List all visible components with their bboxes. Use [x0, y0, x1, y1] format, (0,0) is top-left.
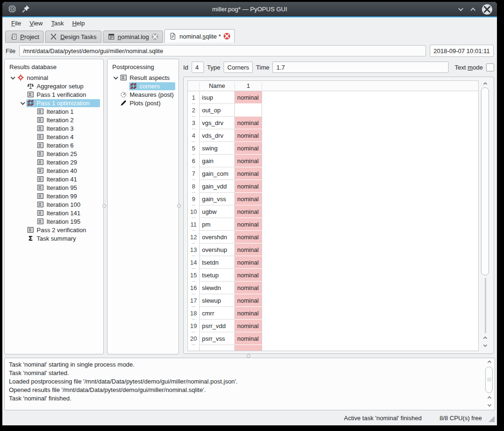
name-cell[interactable]: psrr_vss: [200, 332, 235, 345]
name-cell[interactable]: gain_vss: [200, 193, 235, 205]
scroll-down-icon[interactable]: [487, 402, 492, 408]
scroll-up-icon[interactable]: [482, 335, 488, 341]
tree-item-plots-post[interactable]: Plots (post): [108, 99, 178, 107]
tree-item-corners[interactable]: corners: [108, 82, 178, 90]
value-cell[interactable]: nominal: [235, 193, 262, 205]
table-row[interactable]: 10ugbwnominal: [188, 205, 478, 218]
expander-icon[interactable]: [19, 100, 26, 107]
tree-item-pass-2-verification[interactable]: Pass 2 verification: [5, 226, 103, 234]
row-header[interactable]: 10: [188, 205, 200, 218]
name-cell[interactable]: swing: [200, 142, 235, 155]
tab-close-icon[interactable]: [224, 33, 230, 39]
tree-item-iteration-95[interactable]: Iteration 95: [5, 183, 103, 192]
splitter-handle[interactable]: [247, 354, 250, 358]
tree-item-iteration-99[interactable]: Iteration 99: [5, 192, 103, 200]
row-header[interactable]: 12: [188, 231, 200, 243]
value-cell[interactable]: nominal: [235, 218, 262, 231]
scrollbar-track[interactable]: [485, 278, 486, 333]
column-header-1[interactable]: 1: [235, 82, 262, 89]
name-cell[interactable]: vgs_drv: [200, 117, 235, 129]
tree-item-measures-post[interactable]: Measures (post): [108, 90, 178, 99]
log-vertical-scrollbar[interactable]: [485, 359, 494, 409]
tree-item-task-summary[interactable]: ΣTask summary: [5, 234, 103, 243]
table-row[interactable]: 5swingnominal: [188, 142, 478, 155]
row-header[interactable]: 11: [188, 218, 200, 231]
tree-item-iteration-1[interactable]: Iteration 1: [5, 107, 103, 116]
table-row[interactable]: 18cmrrnominal: [188, 307, 478, 320]
table-row[interactable]: 6gainnominal: [188, 155, 478, 167]
table-row[interactable]: 12overshdnnominal: [188, 231, 478, 243]
value-cell[interactable]: nominal: [235, 155, 262, 167]
tab-nominal-sqlite[interactable]: nominal.sqlite *: [164, 29, 235, 43]
tree-item-iteration-141[interactable]: Iteration 141: [5, 209, 103, 217]
value-cell[interactable]: nominal: [235, 282, 262, 294]
splitter-handle[interactable]: [177, 204, 181, 208]
scroll-up-icon[interactable]: [487, 395, 492, 400]
value-cell[interactable]: nominal: [235, 180, 262, 193]
row-header[interactable]: 14: [188, 256, 200, 269]
close-button[interactable]: [482, 4, 492, 15]
cpu-icon[interactable]: [8, 4, 17, 14]
table-row[interactable]: 13overshupnominal: [188, 243, 478, 256]
name-cell[interactable]: gain: [200, 155, 235, 167]
tab-close-icon[interactable]: [152, 33, 158, 40]
name-cell[interactable]: isup: [200, 91, 235, 104]
table-row[interactable]: 17slewupnominal: [188, 294, 478, 307]
type-field[interactable]: [224, 62, 253, 73]
table-row[interactable]: 19psrr_vddnominal: [188, 320, 478, 332]
name-cell[interactable]: gain_vdd: [200, 180, 235, 193]
table-row[interactable]: 9gain_vssnominal: [188, 193, 478, 205]
row-header[interactable]: 5: [188, 142, 200, 155]
tree-item-iteration-25[interactable]: Iteration 25: [5, 149, 103, 158]
value-cell[interactable]: nominal: [235, 205, 262, 218]
id-field[interactable]: [192, 62, 204, 73]
row-header[interactable]: 15: [188, 269, 200, 282]
menu-help[interactable]: Help: [68, 19, 89, 28]
menu-task[interactable]: Task: [47, 19, 68, 28]
menu-file[interactable]: File: [7, 19, 25, 28]
row-header[interactable]: 1: [188, 91, 200, 104]
name-cell[interactable]: [200, 345, 235, 351]
table-row[interactable]: 4vds_drvnominal: [188, 129, 478, 142]
row-header[interactable]: 2: [188, 104, 200, 117]
text-mode-checkbox[interactable]: [486, 63, 494, 71]
resize-grip[interactable]: [488, 416, 495, 422]
maximize-button[interactable]: [470, 6, 476, 13]
table-row[interactable]: 7gain_comnominal: [188, 167, 478, 180]
name-cell[interactable]: tsetdn: [200, 256, 235, 269]
table-row[interactable]: 14tsetdnnominal: [188, 256, 478, 269]
name-cell[interactable]: tsetup: [200, 269, 235, 282]
tree-item-nominal[interactable]: nominal: [5, 73, 103, 82]
time-field[interactable]: [272, 62, 449, 73]
column-header-name[interactable]: Name: [199, 82, 235, 89]
row-header[interactable]: 18: [188, 307, 200, 320]
row-header[interactable]: 19: [188, 320, 200, 332]
value-cell[interactable]: nominal: [235, 307, 262, 320]
name-cell[interactable]: slewup: [200, 294, 235, 307]
row-header[interactable]: 8: [188, 180, 200, 193]
tab-design-tasks[interactable]: Design Tasks: [45, 31, 101, 43]
tree-item-iteration-4[interactable]: Iteration 4: [5, 133, 103, 141]
value-cell[interactable]: nominal: [235, 320, 262, 332]
table-row[interactable]: 20psrr_vssnominal: [188, 332, 478, 345]
value-cell[interactable]: nominal: [235, 294, 262, 307]
tree-item-pass-1-optimization[interactable]: Pass 1 optimization: [5, 99, 103, 107]
row-header[interactable]: 7: [188, 167, 200, 180]
table-row[interactable]: 11pmnominal: [188, 218, 478, 231]
name-cell[interactable]: overshup: [200, 243, 235, 256]
value-cell[interactable]: nominal: [235, 269, 262, 282]
scroll-down-icon[interactable]: [482, 343, 488, 348]
tree-item-pass-1-verification[interactable]: Pass 1 verification: [5, 90, 103, 99]
menu-view[interactable]: View: [25, 19, 47, 28]
pin-icon[interactable]: [21, 4, 31, 14]
tree-item-iteration-3[interactable]: Iteration 3: [5, 124, 103, 133]
value-cell[interactable]: nominal: [235, 231, 262, 243]
name-cell[interactable]: pm: [200, 218, 235, 231]
table-row[interactable]: 15tsetupnominal: [188, 269, 478, 282]
tree-item-iteration-40[interactable]: Iteration 40: [5, 166, 103, 175]
tree-item-iteration-6[interactable]: Iteration 6: [5, 141, 103, 149]
tree-item-aggregator-setup[interactable]: Aggregator setup: [5, 82, 103, 90]
name-cell[interactable]: slewdn: [200, 282, 235, 294]
row-header[interactable]: 3: [188, 117, 200, 129]
row-header[interactable]: 6: [188, 155, 200, 167]
